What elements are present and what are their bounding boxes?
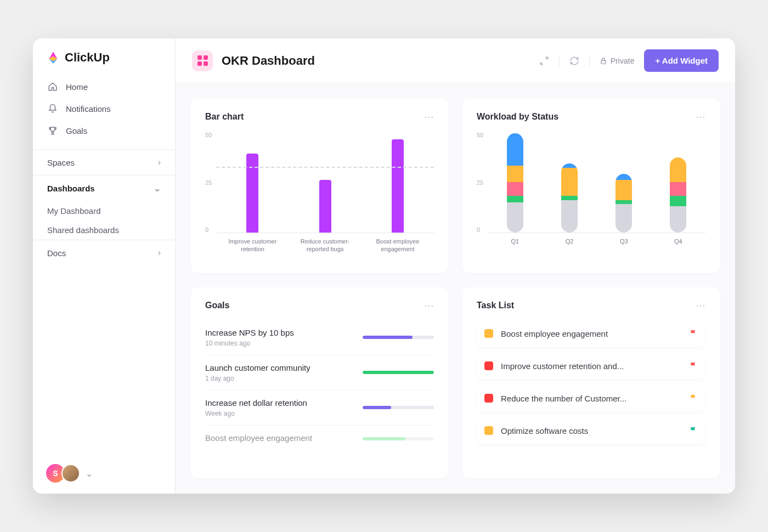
task-name: Boost employee engagement [501, 329, 681, 338]
y-axis: 50250 [205, 132, 216, 233]
section-label: Docs [47, 248, 66, 258]
more-icon[interactable]: ⋯ [424, 111, 434, 123]
avatar [61, 464, 80, 483]
sidebar-dashboards[interactable]: Dashboards ⌄ [33, 175, 175, 201]
add-widget-button[interactable]: + Add Widget [644, 49, 719, 72]
widget-bar-chart: Bar chart ⋯ 50250 Improve customer reten… [191, 99, 448, 273]
progress-bar [363, 336, 434, 339]
more-icon[interactable]: ⋯ [696, 111, 705, 123]
flag-icon [689, 361, 698, 370]
progress-bar [363, 437, 434, 440]
task-name: Optimize software costs [501, 426, 681, 435]
goal-item[interactable]: Increase NPS by 10 bps10 minutes ago [205, 320, 434, 355]
home-icon [47, 81, 58, 92]
chart-plot [216, 132, 434, 233]
status-square [484, 426, 493, 435]
task-list: Boost employee engagementImprove custome… [477, 320, 705, 450]
more-icon[interactable]: ⋯ [424, 299, 434, 312]
user-avatar-group[interactable]: S ⌄ [33, 453, 175, 494]
sidebar-item-shared-dashboards[interactable]: Shared dashboards [33, 220, 175, 240]
chart-stack [561, 163, 578, 233]
task-item[interactable]: Reduce the number of Customer... [477, 385, 705, 412]
chevron-down-icon: ⌄ [154, 183, 161, 194]
chart-plot [488, 132, 705, 233]
widget-title: Bar chart [205, 112, 244, 122]
privacy-label: Private [611, 56, 635, 65]
x-axis: Improve customer retentionReduce custome… [216, 237, 434, 253]
widget-title: Workload by Status [477, 112, 558, 122]
dashboard-grid: Bar chart ⋯ 50250 Improve customer reten… [176, 83, 735, 494]
nav-home[interactable]: Home [39, 76, 168, 98]
task-name: Reduce the number of Customer... [501, 394, 681, 403]
flag-icon [689, 329, 698, 338]
chevron-right-icon: › [158, 157, 161, 167]
more-icon[interactable]: ⋯ [696, 299, 705, 312]
topbar: OKR Dashboard Private + Add Widget [176, 38, 735, 83]
goal-name: Launch customer community [205, 363, 352, 372]
goal-name: Boost employee engagement [205, 433, 352, 443]
flag-icon [689, 426, 698, 435]
page-title: OKR Dashboard [222, 54, 315, 68]
brand-logo[interactable]: ClickUp [33, 38, 175, 76]
status-square [484, 329, 493, 338]
goal-item[interactable]: Boost employee engagement [205, 426, 434, 452]
privacy-indicator[interactable]: Private [600, 56, 635, 65]
chart-stack [615, 174, 632, 233]
y-axis: 50250 [477, 132, 488, 233]
nav-label: Notifications [66, 104, 111, 114]
lock-icon [600, 57, 607, 65]
bar-chart: 50250 Improve customer retentionReduce c… [205, 132, 434, 247]
chevron-down-icon: ⌄ [86, 468, 93, 479]
stacked-chart: 50250 Q1Q2Q3Q4 [477, 132, 705, 247]
nav-goals[interactable]: Goals [39, 120, 168, 142]
sidebar-docs[interactable]: Docs › [33, 240, 175, 265]
widget-goals: Goals ⋯ Increase NPS by 10 bps10 minutes… [191, 287, 448, 479]
chevron-right-icon: › [158, 248, 161, 258]
expand-icon[interactable] [539, 56, 549, 66]
status-square [484, 394, 493, 403]
widget-task-list: Task List ⋯ Boost employee engagementImp… [462, 287, 720, 479]
refresh-icon[interactable] [569, 56, 579, 66]
sidebar-item-my-dashboard[interactable]: My Dashboard [33, 201, 175, 220]
goal-time: 1 day ago [205, 375, 352, 382]
chart-bar [246, 154, 258, 233]
sidebar: ClickUp Home Notifications Goals Spaces … [33, 38, 176, 494]
chart-stack [670, 157, 686, 233]
app-window: ClickUp Home Notifications Goals Spaces … [33, 38, 735, 494]
section-label: Dashboards [47, 184, 95, 193]
goal-time: Week ago [205, 410, 352, 417]
chart-bar [319, 180, 331, 233]
task-item[interactable]: Boost employee engagement [477, 320, 705, 347]
goal-item[interactable]: Increase net dollar retentionWeek ago [205, 390, 434, 426]
chart-stack [507, 133, 523, 233]
goal-name: Increase NPS by 10 bps [205, 328, 352, 337]
x-axis: Q1Q2Q3Q4 [488, 237, 705, 245]
widget-workload: Workload by Status ⋯ 50250 Q1Q2Q3Q4 [462, 99, 720, 273]
nav-label: Home [66, 82, 88, 92]
goal-name: Increase net dollar retention [205, 398, 352, 408]
chart-bar [392, 139, 404, 233]
sidebar-spaces[interactable]: Spaces › [33, 149, 175, 175]
task-item[interactable]: Optimize software costs [477, 417, 705, 444]
nav-label: Goals [66, 126, 87, 135]
progress-bar [363, 406, 434, 409]
trophy-icon [47, 125, 58, 136]
goals-list: Increase NPS by 10 bps10 minutes agoLaun… [205, 320, 434, 452]
goal-time: 10 minutes ago [205, 339, 352, 347]
task-item[interactable]: Improve customer retention and... [477, 353, 705, 380]
widget-title: Task List [477, 301, 514, 310]
bell-icon [47, 103, 58, 114]
brand-name: ClickUp [65, 50, 110, 65]
primary-nav: Home Notifications Goals [33, 76, 175, 142]
section-label: Spaces [47, 158, 75, 167]
svg-rect-0 [601, 60, 606, 64]
flag-icon [689, 394, 698, 403]
status-square [484, 361, 493, 370]
nav-notifications[interactable]: Notifications [39, 98, 168, 120]
progress-bar [363, 371, 434, 374]
dashboard-icon [192, 50, 213, 71]
task-name: Improve customer retention and... [501, 361, 681, 371]
goal-item[interactable]: Launch customer community1 day ago [205, 355, 434, 390]
main-area: OKR Dashboard Private + Add Widget Bar c… [176, 38, 735, 494]
widget-title: Goals [205, 301, 229, 310]
